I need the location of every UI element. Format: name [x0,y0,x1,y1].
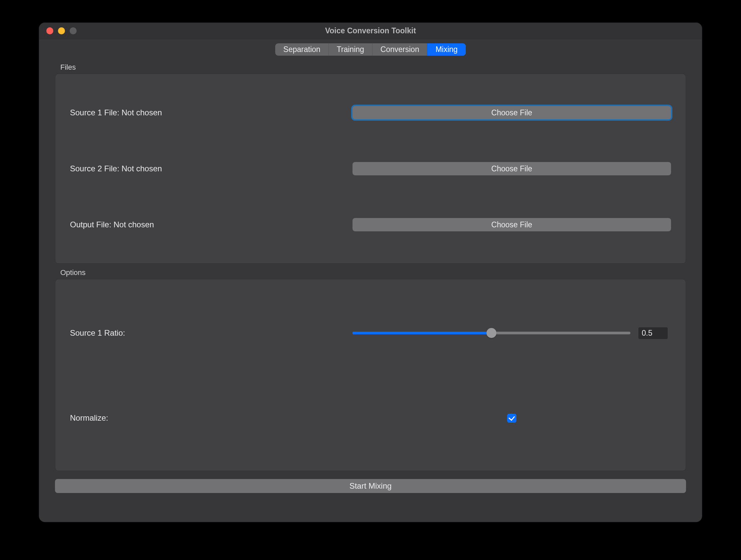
normalize-spacer [352,414,671,423]
minimize-icon[interactable] [58,27,65,34]
close-icon[interactable] [46,27,53,34]
content-area: Files Source 1 File: Not chosen Choose F… [39,56,702,522]
slider-fill [352,332,491,334]
normalize-row: Normalize: [70,413,671,423]
normalize-label: Normalize: [70,413,352,423]
zoom-icon[interactable] [70,27,77,34]
source1-choose-button[interactable]: Choose File [352,106,671,119]
source2-row: Source 2 File: Not chosen Choose File [70,162,671,175]
ratio-control: 0.5 [352,327,671,339]
tab-separation[interactable]: Separation [275,43,328,56]
tabbar-wrap: Separation Training Conversion Mixing [39,39,702,56]
tabbar: Separation Training Conversion Mixing [275,43,465,56]
source1-row: Source 1 File: Not chosen Choose File [70,106,671,119]
window-title: Voice Conversion Toolkit [39,26,702,35]
window-controls [39,27,77,34]
source2-choose-button[interactable]: Choose File [352,162,671,175]
normalize-checkbox[interactable] [507,414,517,423]
source2-label: Source 2 File: Not chosen [70,164,352,173]
tab-mixing[interactable]: Mixing [427,43,465,56]
output-choose-button[interactable]: Choose File [352,218,671,231]
titlebar: Voice Conversion Toolkit [39,23,702,39]
ratio-row: Source 1 Ratio: 0.5 [70,327,671,339]
slider-thumb-icon[interactable] [486,328,496,338]
output-label: Output File: Not chosen [70,220,352,229]
files-group-label: Files [55,61,686,74]
ratio-label: Source 1 Ratio: [70,328,352,338]
app-window: Voice Conversion Toolkit Separation Trai… [39,23,702,522]
source1-label: Source 1 File: Not chosen [70,108,352,117]
options-group: Source 1 Ratio: 0.5 Normalize: [55,279,686,471]
ratio-value[interactable]: 0.5 [638,327,668,339]
output-row: Output File: Not chosen Choose File [70,218,671,231]
start-mixing-button[interactable]: Start Mixing [55,479,686,493]
files-group: Source 1 File: Not chosen Choose File So… [55,74,686,264]
tab-training[interactable]: Training [329,43,372,56]
tab-conversion[interactable]: Conversion [372,43,427,56]
check-icon [509,414,515,421]
options-group-label: Options [55,266,686,279]
ratio-slider[interactable] [352,328,630,338]
